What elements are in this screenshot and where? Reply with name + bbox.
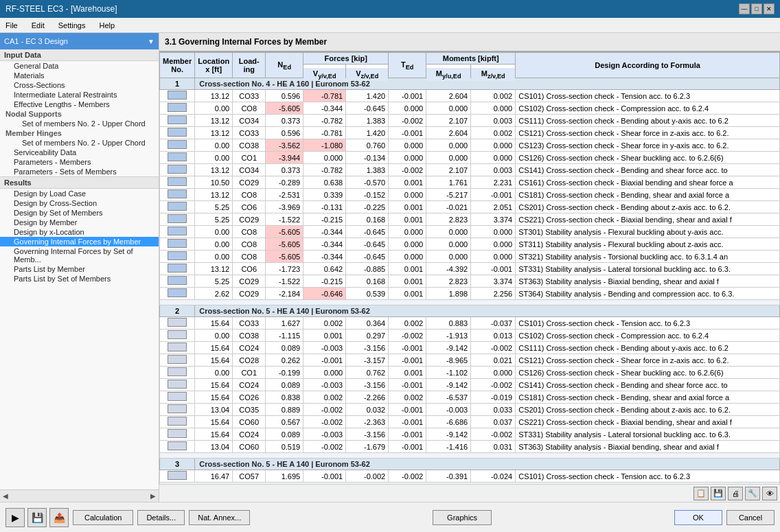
table-row[interactable]: 13.12CO330.596-0.7811.420-0.0012.6040.00… [160, 90, 780, 102]
table-row[interactable]: 5.25CO29-1.522-0.2150.1680.0012.8233.374… [160, 213, 780, 226]
tree-item-design-by-member[interactable]: Design by Member [0, 218, 159, 227]
table-row[interactable]: 13.04CO350.889-0.0020.032-0.001-0.0030.0… [160, 404, 780, 416]
table-toolbar: 📋 💾 🖨 🔧 👁 [159, 484, 780, 502]
separator-row [160, 300, 780, 305]
details-button[interactable]: Details... [137, 510, 185, 525]
vy-cell: 0.000 [303, 367, 346, 379]
tree-item-cross-sections[interactable]: Cross-Sections [0, 80, 159, 90]
toolbar-settings-button[interactable]: 🔧 [745, 487, 760, 500]
loading-cell: CO33 [233, 90, 266, 102]
table-row[interactable]: 0.00CO1-0.1990.0000.7620.001-1.1020.000C… [160, 367, 780, 379]
menu-edit[interactable]: Edit [29, 21, 47, 30]
loading-cell: CO24 [233, 342, 266, 354]
loading-cell: CO34 [233, 115, 266, 127]
table-row[interactable]: 13.04CO600.519-0.002-1.679-0.001-1.4160.… [160, 441, 780, 453]
table-container[interactable]: MemberNo. Locationx [ft] Load-ing NEd Fo… [159, 52, 780, 484]
table-row[interactable]: 13.12CO8-2.5310.339-0.1520.000-5.217-0.0… [160, 189, 780, 201]
table-row[interactable]: 0.00CO8-5.605-0.344-0.6450.0000.0000.000… [160, 102, 780, 115]
tree-item-parts-list-set[interactable]: Parts List by Set of Members [0, 274, 159, 284]
toolbar-copy-button[interactable]: 📋 [693, 487, 709, 500]
formula-cell: CS141) Cross-section check - Bending and… [516, 164, 780, 176]
ned-cell: 1.627 [266, 317, 303, 329]
member-color-cell [160, 90, 195, 102]
tree-item-design-by-cross-section[interactable]: Design by Cross-Section [0, 198, 159, 208]
close-button[interactable]: ✕ [764, 3, 775, 14]
section-number: 1 [160, 78, 195, 90]
table-row[interactable]: 0.00CO38-3.562-1.0800.7600.0000.0000.000… [160, 139, 780, 152]
tree-item-effective-lengths-members[interactable]: Effective Lengths - Members [0, 100, 159, 109]
ted-cell: 0.001 [389, 263, 426, 275]
table-row[interactable]: 15.64CO260.8380.002-2.2660.002-6.537-0.0… [160, 391, 780, 404]
my-cell: -0.003 [426, 404, 471, 416]
tree-item-intermediate-lateral-restraints[interactable]: Intermediate Lateral Restraints [0, 90, 159, 100]
table-row[interactable]: 2.62CO29-2.184-0.6460.5390.0011.8982.256… [160, 288, 780, 300]
tree-item-governing-by-member[interactable]: Governing Internal Forces by Member [0, 237, 159, 246]
table-row[interactable]: 0.00CO8-5.605-0.344-0.6450.0000.0000.000… [160, 251, 780, 263]
vz-cell: 1.383 [346, 164, 389, 176]
calculation-button[interactable]: Calculation [73, 510, 133, 525]
maximize-button[interactable]: □ [751, 3, 762, 14]
table-row[interactable]: 5.25CO29-1.522-0.2150.1680.0012.8233.374… [160, 275, 780, 288]
tree-item-materials[interactable]: Materials [0, 71, 159, 80]
table-row[interactable]: 10.50CO29-0.2890.638-0.5700.0011.7612.23… [160, 176, 780, 189]
menu-help[interactable]: Help [96, 21, 117, 30]
vz-cell: -0.152 [346, 189, 389, 201]
tree-item-parts-list-member[interactable]: Parts List by Member [0, 264, 159, 274]
run-icon-button[interactable]: ▶ [5, 508, 25, 527]
table-row[interactable]: 13.12CO330.596-0.7811.420-0.0012.6040.00… [160, 127, 780, 139]
right-arrow-icon[interactable]: ▶ [150, 492, 156, 500]
my-cell: -5.217 [426, 189, 471, 201]
ned-cell: 0.089 [266, 342, 303, 354]
vy-cell: 0.002 [303, 317, 346, 329]
nat-annex-button[interactable]: Nat. Annex... [189, 510, 250, 525]
table-row[interactable]: 15.64CO280.262-0.001-3.157-0.001-8.9650.… [160, 354, 780, 367]
cancel-button[interactable]: Cancel [726, 510, 775, 525]
tree-item-design-by-set-of-members[interactable]: Design by Set of Members [0, 208, 159, 218]
table-row[interactable]: 0.00CO38-1.1150.0010.297-0.002-1.9130.01… [160, 329, 780, 342]
tree-item-parameters-sets[interactable]: Parameters - Sets of Members [0, 167, 159, 176]
tree-item-design-by-x-location[interactable]: Design by x-Location [0, 227, 159, 237]
ned-cell: -1.723 [266, 263, 303, 275]
tree-item-parameters-members[interactable]: Parameters - Members [0, 157, 159, 167]
vz-cell: 1.420 [346, 90, 389, 102]
ok-button[interactable]: OK [674, 510, 722, 525]
toolbar-save-button[interactable]: 💾 [711, 487, 726, 500]
graphics-button[interactable]: Graphics [433, 510, 492, 525]
table-row[interactable]: 0.00CO8-5.605-0.344-0.6450.0000.0000.000… [160, 226, 780, 238]
table-row[interactable]: 15.64CO600.567-0.002-2.363-0.001-6.6860.… [160, 416, 780, 428]
tree-item-hinges-set-upper-chord[interactable]: Set of members No. 2 - Upper Chord [0, 138, 159, 148]
member-color-cell [160, 367, 195, 379]
minimize-button[interactable]: — [739, 3, 750, 14]
left-arrow-icon[interactable]: ◀ [3, 492, 8, 500]
tree-item-design-by-load-case[interactable]: Design by Load Case [0, 189, 159, 198]
location-cell: 0.00 [195, 139, 233, 152]
table-row[interactable]: 15.64CO331.6270.0020.3640.0020.883-0.037… [160, 317, 780, 329]
ned-cell: 0.596 [266, 90, 303, 102]
section-number: 3 [160, 459, 195, 470]
table-row[interactable]: 15.64CO240.089-0.003-3.156-0.001-9.142-0… [160, 342, 780, 354]
table-row[interactable]: 13.12CO340.373-0.7821.383-0.0022.1070.00… [160, 164, 780, 176]
table-row[interactable]: 15.64CO240.089-0.003-3.156-0.001-9.142-0… [160, 379, 780, 391]
toolbar-view-button[interactable]: 👁 [762, 487, 777, 500]
table-row[interactable]: 13.12CO6-1.7230.642-0.8850.001-4.392-0.0… [160, 263, 780, 275]
tree-item-nodal-set-upper-chord[interactable]: Set of members No. 2 - Upper Chord [0, 119, 159, 128]
table-row[interactable]: 0.00CO1-3.9440.000-0.1340.0000.0000.000C… [160, 152, 780, 164]
menu-file[interactable]: File [3, 21, 21, 30]
table-row[interactable]: 13.12CO340.373-0.7821.383-0.0022.1070.00… [160, 115, 780, 127]
table-row[interactable]: 5.25CO6-3.969-0.131-0.2250.001-0.0212.05… [160, 201, 780, 213]
export-icon-button[interactable]: 📤 [49, 508, 69, 527]
tree-item-serviceability-data[interactable]: Serviceability Data [0, 148, 159, 157]
toolbar-print-button[interactable]: 🖨 [728, 487, 743, 500]
tree-item-general-data[interactable]: General Data [0, 61, 159, 71]
vy-cell: -0.782 [303, 115, 346, 127]
save-icon-button[interactable]: 💾 [27, 508, 47, 527]
mz-cell: 0.000 [471, 139, 516, 152]
table-row[interactable]: 15.64CO240.089-0.003-3.156-0.001-9.142-0… [160, 428, 780, 441]
vz-cell: 0.297 [346, 329, 389, 342]
loading-cell: CO38 [233, 329, 266, 342]
table-row[interactable]: 0.00CO8-5.605-0.344-0.6450.0000.0000.000… [160, 238, 780, 251]
menu-settings[interactable]: Settings [56, 21, 89, 30]
tree-item-governing-by-set[interactable]: Governing Internal Forces by Set of Memb… [0, 246, 159, 264]
dropdown-arrow-icon[interactable]: ▼ [148, 38, 154, 45]
table-row[interactable]: 16.47CO571.695-0.001-0.002-0.002-0.391-0… [160, 470, 780, 483]
